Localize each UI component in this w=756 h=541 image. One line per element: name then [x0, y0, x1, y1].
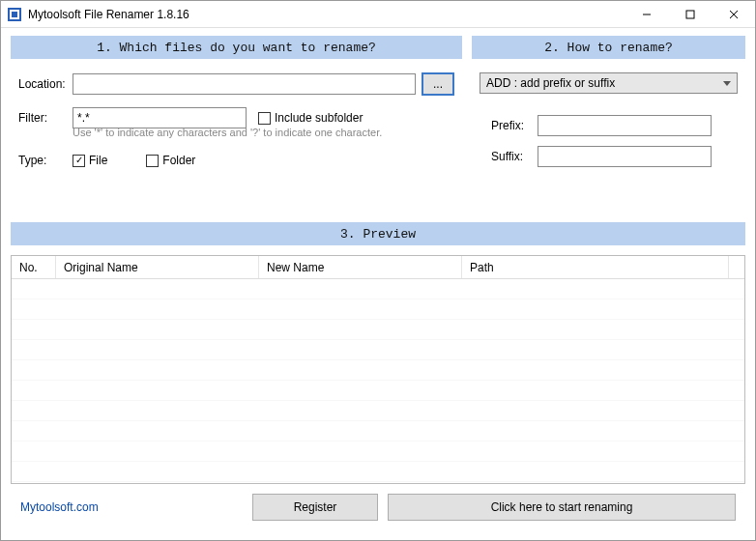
table-header-row: No. Original Name New Name Path — [12, 256, 744, 279]
app-icon — [7, 7, 22, 22]
type-file-checkbox[interactable]: File — [73, 154, 107, 167]
col-new-name[interactable]: New Name — [259, 256, 462, 278]
include-subfolder-check-icon — [258, 112, 271, 125]
file-check-icon — [73, 155, 85, 167]
close-button[interactable] — [712, 1, 755, 27]
minimize-button[interactable] — [625, 1, 668, 27]
website-link[interactable]: Mytoolsoft.com — [20, 500, 99, 514]
folder-check-icon — [146, 155, 159, 167]
col-original-name[interactable]: Original Name — [56, 256, 259, 278]
filter-input[interactable] — [73, 107, 247, 128]
location-input[interactable] — [73, 73, 416, 95]
type-folder-checkbox[interactable]: Folder — [146, 154, 195, 167]
section3-header: 3. Preview — [11, 222, 745, 245]
svg-rect-4 — [686, 11, 694, 18]
filter-label: Filter: — [18, 111, 73, 125]
preview-table: No. Original Name New Name Path — [11, 255, 745, 484]
col-no[interactable]: No. — [12, 256, 56, 278]
location-label: Location: — [18, 77, 73, 91]
svg-marker-7 — [723, 81, 731, 86]
col-path[interactable]: Path — [462, 256, 729, 278]
section2-header: 2. How to rename? — [472, 36, 745, 59]
section-preview: 3. Preview No. Original Name New Name Pa… — [11, 222, 745, 484]
suffix-input[interactable] — [538, 146, 712, 167]
register-button[interactable]: Register — [252, 494, 378, 521]
section1-header: 1. Which files do you want to rename? — [11, 36, 462, 59]
section-select-files: 1. Which files do you want to rename? Lo… — [11, 36, 462, 205]
include-subfolder-checkbox[interactable]: Include subfolder — [258, 111, 363, 125]
footer: Mytoolsoft.com Register Click here to st… — [11, 484, 745, 530]
start-renaming-button[interactable]: Click here to start renaming — [388, 494, 736, 521]
rename-mode-selected: ADD : add prefix or suffix — [486, 76, 615, 90]
chevron-down-icon — [723, 76, 731, 90]
type-file-label: File — [89, 154, 107, 167]
prefix-label: Prefix: — [480, 119, 538, 132]
section-how-to-rename: 2. How to rename? ADD : add prefix or su… — [472, 36, 745, 205]
maximize-button[interactable] — [668, 1, 712, 27]
filter-hint: Use '*' to indicate any characters and '… — [73, 127, 454, 138]
col-scroll-gutter — [729, 256, 744, 278]
prefix-input[interactable] — [538, 115, 712, 136]
svg-rect-2 — [12, 12, 17, 17]
type-label: Type: — [18, 154, 73, 167]
include-subfolder-label: Include subfolder — [275, 111, 363, 125]
type-folder-label: Folder — [162, 154, 195, 167]
table-body — [12, 279, 744, 483]
browse-button[interactable]: ... — [422, 72, 454, 96]
suffix-label: Suffix: — [480, 150, 538, 163]
titlebar: Mytoolsoft File Renamer 1.8.16 — [1, 1, 755, 28]
window-title: Mytoolsoft File Renamer 1.8.16 — [28, 8, 625, 21]
rename-mode-dropdown[interactable]: ADD : add prefix or suffix — [480, 72, 738, 94]
